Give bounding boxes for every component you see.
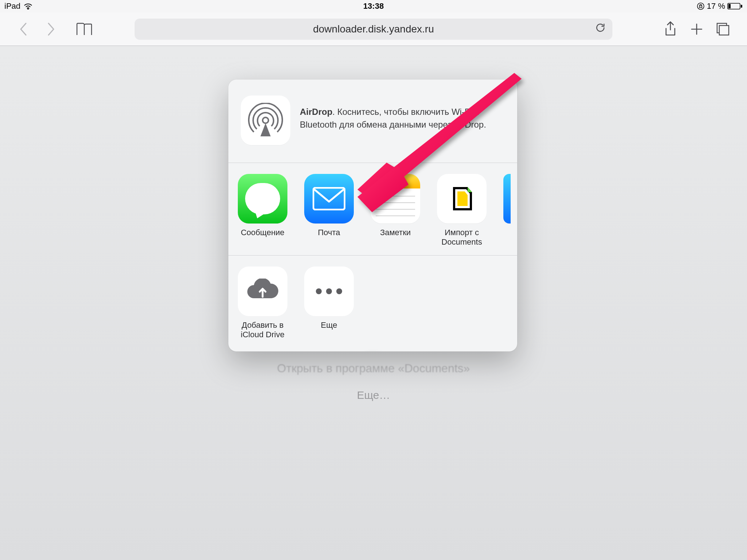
more-link[interactable]: Еще…	[0, 389, 747, 401]
action-label: Добавить в iCloud Drive	[238, 320, 287, 340]
open-in-line: Открыть в программе «Documents»	[0, 362, 747, 375]
url-text: downloader.disk.yandex.ru	[313, 23, 434, 35]
action-icloud-drive[interactable]: Добавить в iCloud Drive	[238, 267, 287, 340]
mail-icon	[304, 174, 354, 223]
wifi-icon	[23, 3, 33, 10]
battery-percent: 17 %	[707, 1, 725, 11]
share-sheet: AirDrop. Коснитесь, чтобы включить Wi-Fi…	[228, 79, 517, 351]
action-more[interactable]: Еще	[304, 267, 354, 340]
share-app-messages[interactable]: Сообщение	[238, 174, 287, 247]
safari-toolbar: downloader.disk.yandex.ru	[0, 12, 747, 46]
share-app-mail[interactable]: Почта	[304, 174, 354, 247]
forward-button[interactable]	[37, 18, 63, 40]
device-label: iPad	[4, 1, 20, 11]
share-app-partial[interactable]	[503, 174, 511, 247]
background-action-text: Открыть в программе «Documents» Еще…	[0, 362, 747, 401]
notes-icon	[371, 174, 420, 223]
battery-icon	[727, 3, 743, 10]
address-bar[interactable]: downloader.disk.yandex.ru	[135, 19, 612, 40]
more-icon	[304, 267, 354, 316]
app-label: Почта	[318, 228, 340, 247]
documents-icon	[437, 174, 487, 223]
new-tab-button[interactable]	[684, 18, 710, 40]
clock: 13:38	[363, 1, 384, 11]
tabs-button[interactable]	[710, 18, 736, 40]
app-label: Импорт с Documents	[437, 228, 487, 247]
action-label: Еще	[321, 320, 337, 339]
airdrop-icon	[241, 96, 290, 145]
status-bar: iPad 13:38 17 %	[0, 0, 747, 12]
app-label: Заметки	[380, 228, 411, 247]
app-label: Сообщение	[241, 228, 285, 247]
bookmarks-button[interactable]	[71, 18, 98, 40]
svg-point-6	[263, 117, 268, 123]
svg-rect-7	[313, 188, 345, 210]
share-actions-row[interactable]: Добавить в iCloud Drive Еще	[228, 256, 517, 351]
svg-point-0	[697, 3, 704, 9]
share-app-notes[interactable]: Заметки	[371, 174, 420, 247]
messages-icon	[238, 174, 287, 223]
share-app-documents[interactable]: Импорт с Documents	[437, 174, 487, 247]
svg-rect-2	[728, 4, 731, 8]
back-button[interactable]	[11, 18, 37, 40]
svg-rect-5	[719, 26, 729, 35]
airdrop-section[interactable]: AirDrop. Коснитесь, чтобы включить Wi-Fi…	[228, 79, 517, 163]
airdrop-text: AirDrop. Коснитесь, чтобы включить Wi-Fi…	[300, 96, 505, 131]
share-apps-row[interactable]: Сообщение Почта Заметки Импорт с Documen…	[228, 163, 517, 256]
airdrop-title: AirDrop	[300, 107, 332, 117]
reload-icon[interactable]	[595, 22, 606, 36]
share-button[interactable]	[657, 18, 684, 40]
orientation-lock-icon	[697, 2, 705, 10]
partial-app-icon	[503, 174, 511, 223]
svg-rect-3	[741, 5, 742, 8]
icloud-upload-icon	[238, 267, 287, 316]
